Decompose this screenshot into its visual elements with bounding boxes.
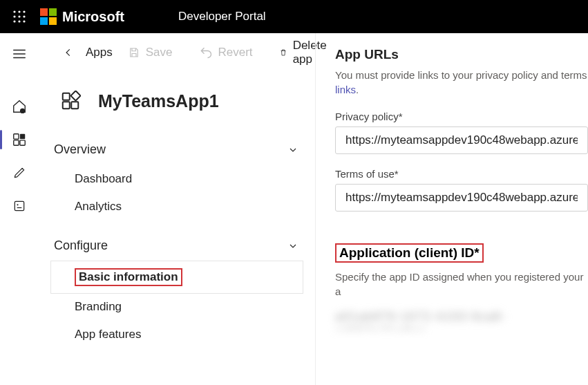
svg-rect-16 — [63, 93, 70, 100]
privacy-policy-field: Privacy policy* — [335, 111, 588, 154]
links-hyperlink[interactable]: links — [335, 84, 356, 95]
nav-branding[interactable]: Branding — [51, 293, 303, 321]
back-label: Apps — [86, 46, 113, 59]
svg-rect-12 — [14, 140, 19, 145]
pencil-icon — [12, 166, 26, 180]
chevron-down-icon — [287, 241, 298, 252]
svg-point-6 — [13, 20, 15, 22]
rail-home-button[interactable] — [3, 90, 36, 123]
svg-rect-19 — [70, 91, 80, 100]
nav-analytics[interactable]: Analytics — [51, 193, 303, 220]
microsoft-logo-icon — [40, 8, 57, 25]
svg-point-9 — [20, 109, 25, 113]
save-button: Save — [115, 46, 185, 59]
rail-apps-button[interactable] — [3, 123, 36, 156]
svg-rect-13 — [20, 134, 25, 139]
form-pane: App URLs You must provide links to your … — [315, 33, 588, 385]
terms-of-use-label: Terms of use* — [335, 168, 588, 180]
svg-rect-14 — [15, 201, 23, 210]
client-id-value-blurred: a01ab876-1672-4193-9ca8-a4063a71e8aa — [335, 310, 577, 330]
app-name-heading: MyTeamsApp1 — [98, 91, 219, 111]
chevron-down-icon — [287, 144, 298, 156]
global-header: Microsoft Developer Portal — [0, 0, 588, 33]
back-to-apps-link[interactable]: Apps — [64, 46, 113, 59]
revert-button: Revert — [187, 46, 265, 59]
waffle-icon — [13, 10, 26, 23]
svg-point-3 — [13, 15, 15, 17]
privacy-policy-label: Privacy policy* — [335, 111, 588, 122]
svg-point-4 — [18, 15, 20, 17]
terms-of-use-input[interactable] — [335, 184, 588, 212]
hamburger-button[interactable] — [3, 37, 36, 71]
rail-tools-button[interactable] — [3, 189, 36, 223]
client-id-description: Specify the app ID assigned when you reg… — [335, 270, 588, 299]
microsoft-brand-text: Microsoft — [62, 9, 124, 25]
hamburger-icon — [12, 46, 27, 62]
nav-app-features[interactable]: App features — [51, 321, 303, 348]
nav-overview-header[interactable]: Overview — [51, 134, 303, 165]
svg-point-1 — [18, 10, 20, 12]
chevron-left-icon — [64, 48, 73, 57]
svg-point-15 — [17, 204, 18, 205]
terms-of-use-field: Terms of use* — [335, 168, 588, 212]
apps-icon — [12, 132, 27, 147]
app-urls-heading: App URLs — [335, 47, 588, 62]
privacy-policy-input[interactable] — [335, 126, 588, 154]
client-id-heading: Application (client) ID* — [339, 245, 480, 260]
trash-icon — [279, 46, 287, 59]
form-icon — [12, 199, 26, 213]
client-id-section: Application (client) ID* Specify the app… — [335, 243, 588, 330]
microsoft-logo[interactable]: Microsoft — [40, 8, 124, 25]
highlight-box: Basic information — [75, 268, 182, 286]
nav-basic-information[interactable]: Basic information — [51, 261, 303, 293]
svg-point-2 — [23, 10, 25, 12]
nav-configure-header[interactable]: Configure — [51, 230, 303, 261]
command-bar: Apps Save Revert Delete app — [39, 33, 315, 72]
svg-point-5 — [23, 15, 25, 17]
left-rail — [0, 33, 39, 385]
svg-rect-11 — [20, 140, 25, 145]
svg-point-7 — [18, 20, 20, 22]
svg-rect-17 — [63, 102, 70, 109]
app-nav-pane: Apps Save Revert Delete app — [39, 33, 315, 385]
svg-rect-10 — [14, 134, 19, 139]
nav-dashboard[interactable]: Dashboard — [51, 165, 303, 193]
rail-edit-button[interactable] — [3, 156, 36, 189]
app-launcher-button[interactable] — [6, 10, 33, 23]
save-icon — [128, 46, 140, 59]
nav-section: Overview Dashboard Analytics Configure B… — [39, 130, 315, 348]
svg-point-0 — [13, 10, 15, 12]
svg-point-8 — [23, 20, 25, 22]
svg-rect-18 — [71, 102, 78, 109]
app-tile-icon — [58, 88, 83, 113]
undo-icon — [199, 46, 213, 59]
highlight-box: Application (client) ID* — [335, 243, 484, 263]
home-person-icon — [12, 99, 27, 114]
portal-title: Developer Portal — [178, 10, 266, 24]
app-title-row: MyTeamsApp1 — [39, 72, 315, 130]
app-urls-description: You must provide links to your privacy p… — [335, 68, 588, 97]
